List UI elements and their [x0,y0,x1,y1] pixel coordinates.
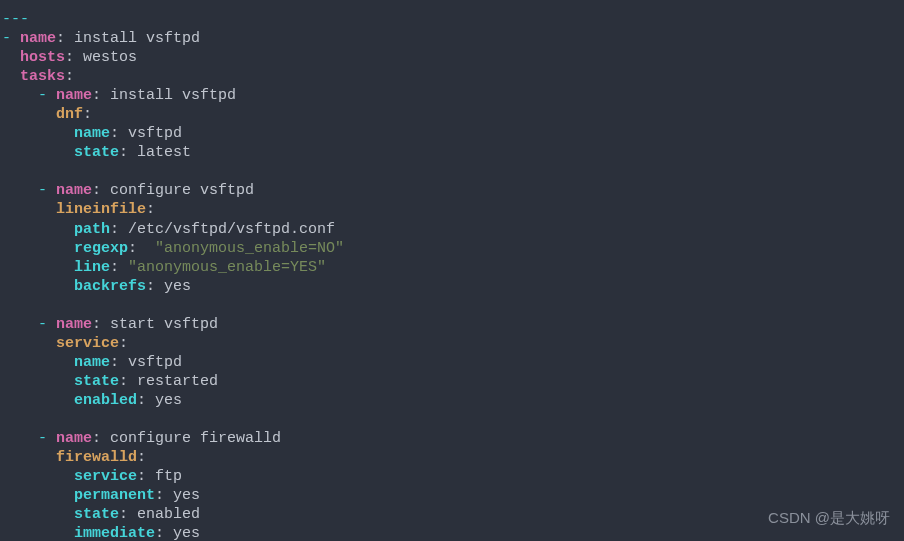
task2-p3-val: "anonymous_enable=YES" [128,259,326,276]
task3-p3-val: yes [155,392,182,409]
hosts-val: westos [83,49,137,66]
task4-p4-key: immediate [74,525,155,541]
task1-p2-key: state [74,144,119,161]
task4-module: firewalld [56,449,137,466]
tasks-key: tasks [20,68,65,85]
task2-p2-key: regexp [74,240,128,257]
task3-name-val: start vsftpd [110,316,218,333]
task3-p1-val: vsftpd [128,354,182,371]
task1-module: dnf [56,106,83,123]
code-block: --- - name: install vsftpd hosts: westos… [2,10,904,541]
task2-p4-key: backrefs [74,278,146,295]
task3-module: service [56,335,119,352]
task1-p1-val: vsftpd [128,125,182,142]
task4-p1-key: service [74,468,137,485]
task3-p1-key: name [74,354,110,371]
task2-name-key: name [56,182,92,199]
task3-p3-key: enabled [74,392,137,409]
task4-p2-key: permanent [74,487,155,504]
task2-p1-val: /etc/vsftpd/vsftpd.conf [128,221,335,238]
task4-p1-val: ftp [155,468,182,485]
task2-module: lineinfile [56,201,146,218]
task2-name-val: configure vsftpd [110,182,254,199]
yaml-doc-start: --- [2,11,29,28]
task4-p3-key: state [74,506,119,523]
task4-p3-val: enabled [137,506,200,523]
task4-p4-val: yes [173,525,200,541]
task2-p3-key: line [74,259,110,276]
task4-name-val: configure firewalld [110,430,281,447]
watermark: CSDN @是大姚呀 [768,508,890,527]
play-name-val: install vsftpd [74,30,200,47]
task2-p4-val: yes [164,278,191,295]
task2-p2-val: "anonymous_enable=NO" [155,240,344,257]
task3-p2-key: state [74,373,119,390]
task4-p2-val: yes [173,487,200,504]
task1-name-val: install vsftpd [110,87,236,104]
task1-p2-val: latest [137,144,191,161]
task4-name-key: name [56,430,92,447]
task3-p2-val: restarted [137,373,218,390]
play-name-key: name [20,30,56,47]
task3-name-key: name [56,316,92,333]
task1-p1-key: name [74,125,110,142]
hosts-key: hosts [20,49,65,66]
task2-p1-key: path [74,221,110,238]
task1-name-key: name [56,87,92,104]
